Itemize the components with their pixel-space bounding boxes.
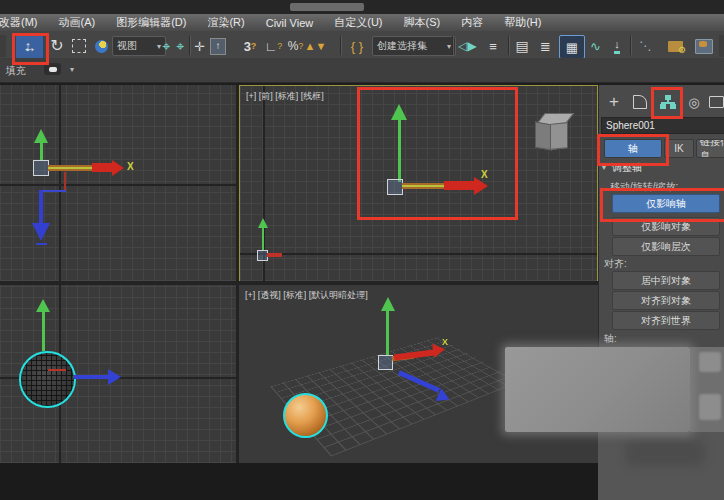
mirror-icon[interactable]: ◁▶ [457,35,478,57]
gizmo-pivot-box[interactable] [33,160,49,176]
viewport-splitter-horizontal[interactable] [0,281,598,285]
ribbon-toggle-icon[interactable]: ▦ [559,35,585,59]
menu-scripting[interactable]: 脚本(S) [404,15,441,30]
viewport-label[interactable]: [+] [前] [标准] [线框] [246,90,324,103]
move-rotate-scale-label: 移动/旋转/缩放: [610,180,678,194]
pivot-section-label: 轴: [604,332,617,346]
align-to-object-button[interactable]: 对齐到对象 [612,291,720,310]
align-icon[interactable]: ≡ [482,35,504,57]
menu-customize[interactable]: 自定义(U) [334,15,382,30]
angle-snap-icon[interactable]: ∟? [264,35,283,57]
rollout-adjust-pivot[interactable]: ▼ 调整轴 [600,160,722,175]
color-wheel-icon[interactable] [92,35,110,57]
gizmo-x-tick [48,369,66,371]
object-name-field[interactable]: Sphere001 [601,117,724,134]
hierarchy-tree-glyph [660,95,676,109]
world-axis-vertical [59,85,61,281]
wheel-glyph [95,40,108,53]
viewcube-icon[interactable] [550,122,568,150]
curve-editor-icon[interactable]: ∿ [586,35,605,57]
clipped-icon [0,35,6,57]
reference-coordinate-dropdown[interactable]: 视图 ▾ [112,36,166,56]
gizmo-y-arrowhead [36,299,50,312]
tab-pivot[interactable]: 轴 [604,139,662,158]
viewport-top-left[interactable]: X [0,85,236,281]
gizmo-y-stem [40,143,43,161]
gizmo-pivot-box[interactable] [387,179,403,195]
render-folder-icon[interactable]: ⚙ [663,35,688,57]
layer-manager-icon[interactable]: ▤ [512,35,532,57]
view-dropdown-label: 视图 [117,39,137,53]
named-selection-set-dropdown[interactable]: 创建选择集 ▾ [372,36,456,56]
named-selection-icon[interactable]: { } [346,35,368,57]
populate-glyph [49,67,57,72]
blur-button-shape [699,394,721,420]
viewport-splitter-vertical[interactable] [236,85,239,463]
place-arrow-glyph: ↑ [210,38,226,55]
menu-bar: 修改器(M) 动画(A) 图形编辑器(D) 渲染(R) Civil View 自… [0,14,724,31]
teapot-glyph [699,41,707,47]
display-tab-icon[interactable] [706,92,724,112]
viewport-label[interactable]: [+] [透视] [标准] [默认明暗处理] [245,289,368,302]
menu-help[interactable]: 帮助(H) [504,15,541,30]
manipulate-cross-icon[interactable]: ✛ [192,35,207,57]
rollout-collapse-icon: ▼ [600,163,608,172]
spinner-snap-icon[interactable]: ▲▼ [307,35,324,57]
modify-tab-icon[interactable] [630,92,650,112]
menu-modifiers[interactable]: 修改器(M) [0,15,38,30]
snap-pin2-icon[interactable]: ⌖ [174,35,187,57]
affect-hierarchy-only-button[interactable]: 仅影响层次 [612,237,720,256]
sphere-shaded-selected[interactable] [283,393,328,438]
snap-pin-icon[interactable]: ⌖ [160,35,173,57]
select-place-icon[interactable]: ↑ [209,35,227,57]
select-rotate-icon[interactable]: ↻ [48,35,66,57]
select-move-icon[interactable]: ↔ ↕ [15,35,44,59]
select-region-icon[interactable] [71,35,87,57]
viewport-bottom-left[interactable] [0,285,236,463]
marquee-glyph [72,39,86,53]
monitor-glyph [709,96,724,108]
dotted-select-icon[interactable]: ⋱ [633,35,655,57]
gizmo-z-stem [39,190,43,224]
gizmo-y-arrowhead [34,129,48,143]
align-to-world-button[interactable]: 对齐到世界 [612,311,720,330]
affect-pivot-only-button[interactable]: 仅影响轴 [612,194,720,213]
hierarchy-tab-icon[interactable] [658,92,678,112]
clipped-icon-right [719,35,724,57]
tab-ik[interactable]: IK [664,139,694,158]
status-bar [0,463,598,500]
viewport-front[interactable]: [+] [前] [标准] [线框] X [239,85,598,282]
gizmo-z-bar [74,375,108,379]
menu-graph-editors[interactable]: 图形编辑器(D) [116,15,186,30]
menu-rendering[interactable]: 渲染(R) [207,15,244,30]
world-axis-horizontal [0,184,236,186]
affect-object-only-button[interactable]: 仅影响对象 [612,217,720,236]
chevron-down-icon[interactable]: ▾ [70,65,74,74]
motion-tab-icon[interactable]: ◎ [684,92,704,112]
gizmo-yellow-line [48,167,98,169]
menu-civil-view[interactable]: Civil View [266,17,313,29]
snap-toggle-3d-icon[interactable]: 3? [239,35,261,57]
gizmo-pivot-box[interactable] [378,355,393,370]
schematic-view-icon[interactable]: ↓ [607,35,627,57]
origin-x-bar [267,253,282,257]
x-axis-label: X [127,161,134,172]
titlebar-highlight [290,3,364,11]
chevron-down-icon: ▾ [447,42,451,51]
create-tab-icon[interactable]: + [604,92,624,112]
gizmo-y-stem [42,312,45,351]
selection-set-label: 创建选择集 [377,39,427,53]
scene-explorer-icon[interactable]: ≣ [536,35,555,57]
gizmo-blue-elbow [41,190,66,192]
tab-link-info[interactable]: 链接信息 [696,139,724,158]
x-axis-label: X [442,337,448,347]
percent-snap-icon[interactable]: %? [286,35,305,57]
render-setup-icon[interactable] [692,35,716,57]
sphere-wireframe-selected[interactable] [19,351,76,408]
populate-icon[interactable] [44,63,61,75]
menu-animation[interactable]: 动画(A) [59,15,96,30]
center-to-object-button[interactable]: 居中到对象 [612,271,720,290]
move-cross-glyph: ↔ ↕ [23,40,37,54]
menu-content[interactable]: 内容 [461,15,483,30]
viewport-grid [0,85,236,281]
